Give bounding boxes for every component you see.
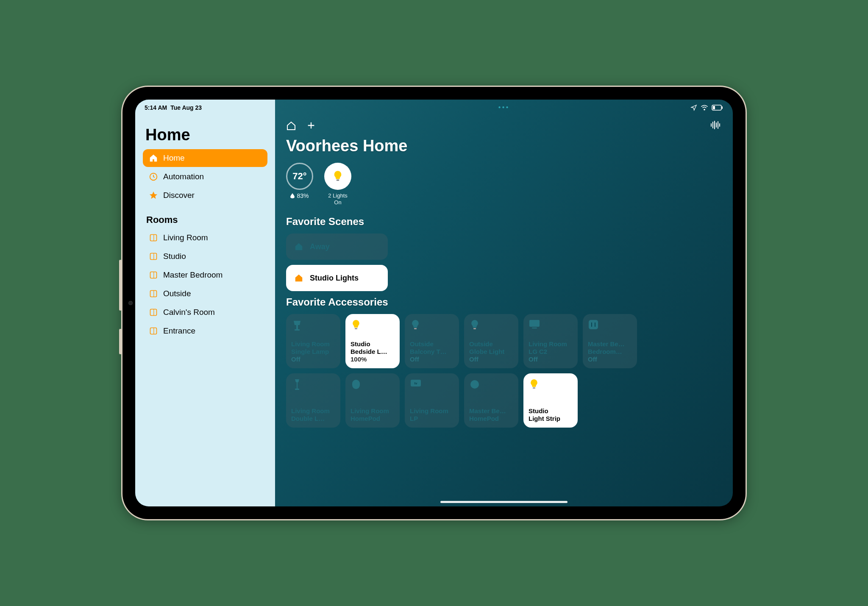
svg-rect-14 xyxy=(716,122,717,128)
room-icon xyxy=(149,326,158,336)
room-label: Living Room xyxy=(163,233,208,242)
accessory-room: Living Room xyxy=(529,340,573,348)
ipad-frame: 5:14 AM Tue Aug 23 Home Home xyxy=(122,87,746,519)
svg-rect-25 xyxy=(589,320,598,329)
accessory-name: Double L… xyxy=(291,415,335,423)
sidebar-item-label: Home xyxy=(163,153,185,163)
accessory-name: Light Strip xyxy=(529,415,573,423)
outlet-icon xyxy=(588,319,600,331)
svg-point-0 xyxy=(704,109,705,110)
sidebar: Home Home Automation xyxy=(135,100,275,506)
sidebar-item-discover[interactable]: Discover xyxy=(143,186,267,204)
star-icon xyxy=(149,191,158,200)
accessory-tile[interactable]: StudioBedside L…100% xyxy=(345,314,400,368)
intercom-icon[interactable] xyxy=(710,124,722,131)
accessory-tile[interactable]: Master Be…HomePod xyxy=(464,373,518,428)
sidebar-room-item[interactable]: Outside xyxy=(143,285,267,303)
sidebar-room-item[interactable]: Entrance xyxy=(143,322,267,340)
room-icon xyxy=(149,252,158,261)
status-date: Tue Aug 23 xyxy=(170,104,202,111)
screen: 5:14 AM Tue Aug 23 Home Home xyxy=(135,100,733,506)
house-icon xyxy=(294,273,304,283)
sidebar-item-home[interactable]: Home xyxy=(143,149,267,167)
accessory-tile[interactable]: Living RoomDouble L… xyxy=(286,373,340,428)
tv-icon xyxy=(529,319,540,331)
bulb-icon xyxy=(351,319,362,331)
home-indicator[interactable] xyxy=(440,501,568,503)
bulb-icon xyxy=(332,170,343,183)
accessory-name: Bedroom… xyxy=(588,348,632,356)
accessory-room: Outside xyxy=(469,340,513,348)
sidebar-room-item[interactable]: Calvin's Room xyxy=(143,303,267,321)
battery-icon xyxy=(712,105,723,111)
accessory-tile[interactable]: Living RoomHomePod xyxy=(345,373,400,428)
accessory-name: HomePod xyxy=(469,415,513,423)
lamp-icon xyxy=(291,319,303,331)
accessory-tile[interactable]: Living RoomSingle LampOff xyxy=(286,314,340,368)
svg-rect-7 xyxy=(150,272,157,278)
accessory-status: Off xyxy=(529,356,573,363)
humidity-row: 83% xyxy=(290,192,309,199)
svg-rect-18 xyxy=(296,325,298,329)
accessory-room: Living Room xyxy=(291,340,335,348)
lights-status-label: 2 Lights On xyxy=(328,192,348,206)
accessories-grid: Living RoomSingle LampOffStudioBedside L… xyxy=(286,314,722,428)
scene-card[interactable]: Studio Lights xyxy=(286,265,388,291)
temperature-value: 72° xyxy=(292,171,306,182)
accessory-status: Off xyxy=(291,356,335,363)
lights-on-tile[interactable] xyxy=(324,163,351,190)
main-content: ●●● xyxy=(275,100,733,506)
accessory-tile[interactable]: Master Be…Bedroom…Off xyxy=(583,314,637,368)
accessory-room: Studio xyxy=(351,340,395,348)
homepodmini-icon xyxy=(469,378,481,390)
scene-label: Studio Lights xyxy=(310,274,359,283)
accessory-tile[interactable]: OutsideBalcony T…Off xyxy=(405,314,459,368)
accessory-tile[interactable]: OutsideGlobe LightOff xyxy=(464,314,518,368)
svg-rect-23 xyxy=(529,320,540,327)
sidebar-room-item[interactable]: Living Room xyxy=(143,229,267,247)
home-button-icon[interactable] xyxy=(286,121,296,131)
svg-rect-22 xyxy=(473,328,476,329)
bulb-icon xyxy=(410,319,422,331)
accessory-tile[interactable]: Living RoomLG C2Off xyxy=(523,314,578,368)
accessory-room: Studio xyxy=(529,407,573,415)
room-icon xyxy=(149,289,158,298)
accessory-room: Master Be… xyxy=(469,407,513,415)
svg-rect-34 xyxy=(533,387,535,389)
sidebar-room-item[interactable]: Master Bedroom xyxy=(143,266,267,284)
bulb-icon xyxy=(529,378,540,390)
svg-rect-8 xyxy=(150,291,157,297)
accessory-name: Globe Light xyxy=(469,348,513,356)
sidebar-item-label: Discover xyxy=(163,191,195,200)
svg-rect-11 xyxy=(711,123,712,127)
room-label: Entrance xyxy=(163,326,195,336)
room-label: Studio xyxy=(163,252,186,261)
sidebar-room-item[interactable]: Studio xyxy=(143,247,267,265)
accessory-status: Off xyxy=(588,356,632,363)
accessory-name: Bedside L… xyxy=(351,348,395,356)
svg-rect-27 xyxy=(595,322,595,327)
drop-icon xyxy=(290,193,295,198)
scene-label: Away xyxy=(310,242,330,251)
accessory-room: Living Room xyxy=(351,407,395,415)
accessory-name: Single Lamp xyxy=(291,348,335,356)
scene-card[interactable]: Away xyxy=(286,234,388,260)
svg-rect-24 xyxy=(532,328,537,328)
svg-rect-6 xyxy=(150,253,157,260)
accessory-tile[interactable]: tvLiving RoomLP xyxy=(405,373,459,428)
accessory-tile[interactable]: StudioLight Strip xyxy=(523,373,578,428)
location-icon xyxy=(690,104,697,111)
sidebar-item-label: Automation xyxy=(163,172,204,181)
svg-rect-15 xyxy=(718,121,718,129)
clock-icon xyxy=(149,172,158,181)
sidebar-item-automation[interactable]: Automation xyxy=(143,168,267,186)
svg-text:tv: tv xyxy=(414,381,417,385)
add-button-icon[interactable] xyxy=(306,121,317,131)
svg-rect-12 xyxy=(712,122,713,128)
accessories-header: Favorite Accessories xyxy=(286,296,722,308)
accessory-name: HomePod xyxy=(351,415,395,423)
temperature-tile[interactable]: 72° xyxy=(286,163,313,190)
accessory-name: Balcony T… xyxy=(410,348,454,356)
toolbar xyxy=(286,117,722,136)
accessory-status: 100% xyxy=(351,356,395,363)
